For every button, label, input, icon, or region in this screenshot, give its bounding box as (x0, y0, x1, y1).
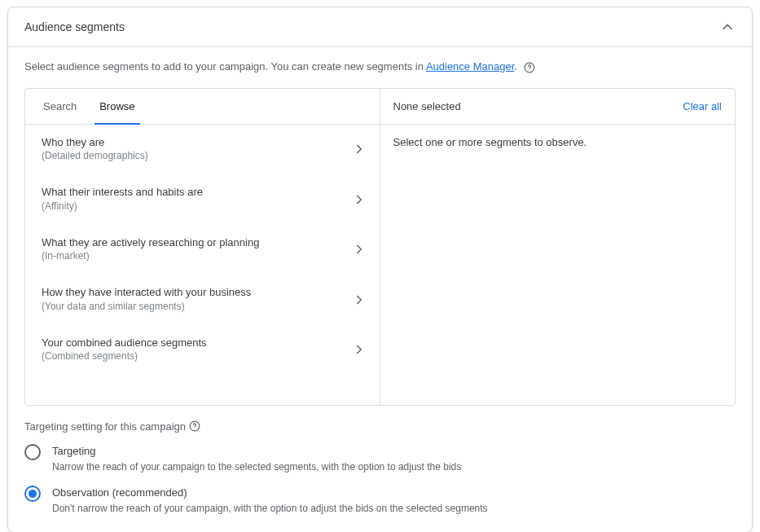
right-panel-body: Select one or more segments to observe. (380, 125, 736, 160)
targeting-section: Targeting setting for this campaign Targ… (8, 406, 752, 516)
browse-item-title: Who they are (42, 136, 148, 150)
tab-browse[interactable]: Browse (88, 89, 146, 124)
intro-suffix: . (514, 60, 517, 73)
clear-all-button[interactable]: Clear all (683, 100, 722, 112)
browse-item-title: What they are actively researching or pl… (42, 236, 259, 250)
browse-item-interests[interactable]: What their interests and habits are (Aff… (25, 174, 380, 224)
radio-button[interactable] (24, 444, 41, 460)
radio-desc: Narrow the reach of your campaign to the… (52, 460, 461, 474)
help-icon[interactable] (189, 420, 200, 432)
right-panel-header: None selected Clear all (380, 89, 736, 125)
svg-point-1 (529, 69, 529, 70)
card-title: Audience segments (24, 20, 125, 33)
browse-item-title: How they have interacted with your busin… (42, 286, 251, 300)
svg-point-3 (195, 429, 195, 429)
radio-option-targeting[interactable]: Targeting Narrow the reach of your campa… (24, 444, 736, 474)
radio-desc: Don't narrow the reach of your campaign,… (52, 502, 488, 516)
chevron-right-icon (352, 342, 367, 357)
browse-item-combined[interactable]: Your combined audience segments (Combine… (25, 325, 380, 375)
radio-option-observation[interactable]: Observation (recommended) Don't narrow t… (24, 486, 736, 516)
chevron-right-icon (352, 292, 367, 307)
browse-item-sub: (Affinity) (42, 200, 203, 213)
browse-item-your-data[interactable]: How they have interacted with your busin… (25, 275, 380, 324)
browse-item-sub: (In-market) (42, 250, 259, 263)
tabs: Search Browse (25, 89, 380, 125)
browse-item-title: What their interests and habits are (42, 186, 203, 200)
targeting-heading-text: Targeting setting for this campaign (24, 420, 186, 433)
browse-item-who-they-are[interactable]: Who they are (Detailed demographics) (25, 125, 380, 174)
radio-title: Targeting (52, 444, 461, 459)
card-header: Audience segments (8, 7, 752, 47)
chevron-right-icon (352, 242, 367, 257)
audience-manager-link[interactable]: Audience Manager (426, 60, 514, 73)
selected-count: None selected (393, 100, 461, 112)
intro-prefix: Select audience segments to add to your … (24, 60, 426, 73)
segment-panels: Search Browse Who they are (Detailed dem… (24, 88, 736, 406)
tab-search[interactable]: Search (32, 89, 88, 124)
left-panel: Search Browse Who they are (Detailed dem… (25, 89, 380, 405)
browse-item-sub: (Your data and similar segments) (42, 301, 251, 314)
radio-title: Observation (recommended) (52, 486, 488, 500)
browse-item-in-market[interactable]: What they are actively researching or pl… (25, 225, 380, 275)
browse-item-title: Your combined audience segments (42, 336, 207, 350)
targeting-heading: Targeting setting for this campaign (24, 420, 736, 433)
collapse-icon[interactable] (719, 19, 736, 35)
audience-segments-card: Audience segments Select audience segmen… (7, 7, 753, 532)
intro-text: Select audience segments to add to your … (8, 47, 752, 78)
browse-item-sub: (Combined segments) (42, 350, 207, 363)
help-icon[interactable] (524, 62, 535, 73)
chevron-right-icon (352, 142, 367, 156)
browse-list: Who they are (Detailed demographics) Wha… (25, 125, 380, 405)
right-panel: None selected Clear all Select one or mo… (380, 89, 736, 405)
radio-button[interactable] (24, 486, 41, 502)
browse-item-sub: (Detailed demographics) (42, 150, 148, 163)
chevron-right-icon (352, 192, 367, 207)
